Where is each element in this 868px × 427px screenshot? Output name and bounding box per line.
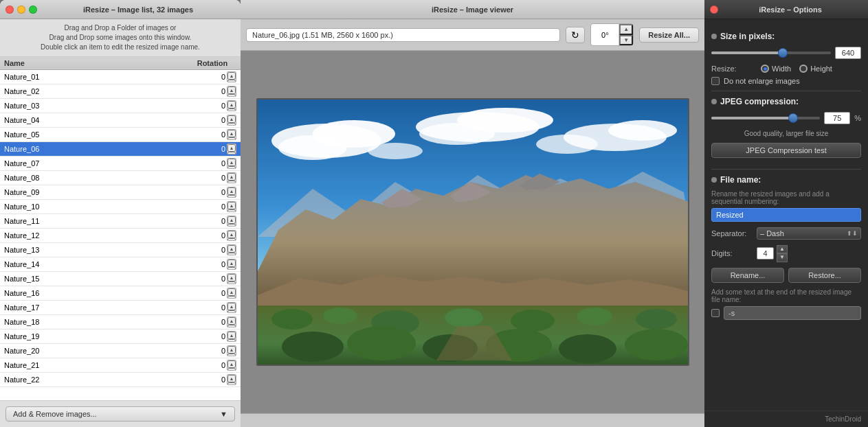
add-remove-button[interactable]: Add & Remove images... ▼ [5,406,235,422]
stepper-down[interactable]: ▼ [227,339,236,342]
list-item[interactable]: Nature_06 0 ▲ ▼ [0,142,241,157]
options-close-button[interactable] [710,5,718,14]
item-rotation-stepper[interactable]: ▲ ▼ [227,143,236,154]
stepper-up[interactable]: ▲ [227,173,236,181]
item-rotation-stepper[interactable]: ▲ ▼ [227,216,236,227]
list-item[interactable]: Nature_07 0 ▲ ▼ [0,157,241,171]
width-radio[interactable] [761,65,769,73]
stepper-up[interactable]: ▲ [227,72,236,80]
list-item[interactable]: Nature_11 0 ▲ ▼ [0,214,241,229]
stepper-up[interactable]: ▲ [227,360,236,368]
stepper-down[interactable]: ▼ [227,325,236,327]
list-item[interactable]: Nature_22 0 ▲ ▼ [0,373,241,387]
list-item[interactable]: Nature_20 0 ▲ ▼ [0,344,241,358]
item-rotation-stepper[interactable]: ▲ ▼ [227,302,236,313]
list-item[interactable]: Nature_21 0 ▲ ▼ [0,358,241,373]
stepper-down[interactable]: ▼ [227,195,236,198]
list-item[interactable]: Nature_02 0 ▲ ▼ [0,84,241,99]
height-radio[interactable] [799,65,808,73]
stepper-up[interactable]: ▲ [227,144,236,152]
stepper-down[interactable]: ▼ [227,181,236,183]
stepper-down[interactable]: ▼ [227,224,236,227]
item-rotation-stepper[interactable]: ▲ ▼ [227,360,236,371]
jpeg-value[interactable]: 75 [824,112,850,124]
close-button[interactable] [5,5,14,14]
item-rotation-stepper[interactable]: ▲ ▼ [227,331,236,342]
stepper-down[interactable]: ▼ [227,267,236,270]
stepper-down[interactable]: ▼ [227,253,236,255]
list-item[interactable]: Nature_09 0 ▲ ▼ [0,185,241,200]
image-list[interactable]: Nature_01 0 ▲ ▼ Nature_02 0 ▲ ▼ Nature_0… [0,70,241,400]
stepper-up[interactable]: ▲ [227,245,236,253]
rename-button[interactable]: Rename... [711,268,784,283]
rotation-down-button[interactable]: ▼ [619,35,633,46]
stepper-up[interactable]: ▲ [227,115,236,123]
item-rotation-stepper[interactable]: ▲ ▼ [227,100,236,111]
item-rotation-stepper[interactable]: ▲ ▼ [227,259,236,270]
stepper-up[interactable]: ▲ [227,130,236,137]
stepper-up[interactable]: ▲ [227,375,236,382]
jpeg-slider-thumb[interactable] [788,113,798,123]
stepper-down[interactable]: ▼ [227,209,236,212]
stepper-down[interactable]: ▼ [227,123,236,126]
list-item[interactable]: Nature_17 0 ▲ ▼ [0,301,241,315]
do-not-enlarge-checkbox[interactable] [711,77,720,85]
item-rotation-stepper[interactable]: ▲ ▼ [227,187,236,198]
stepper-down[interactable]: ▼ [227,296,236,299]
item-rotation-stepper[interactable]: ▲ ▼ [227,316,236,327]
stepper-up[interactable]: ▲ [227,259,236,267]
size-value[interactable]: 640 [835,47,861,59]
list-item[interactable]: Nature_01 0 ▲ ▼ [0,70,241,84]
suffix-input[interactable] [724,306,861,320]
separator-dropdown[interactable]: – Dash ⬆⬇ [757,227,861,240]
stepper-up[interactable]: ▲ [227,202,236,209]
item-rotation-stepper[interactable]: ▲ ▼ [227,374,236,385]
item-rotation-stepper[interactable]: ▲ ▼ [227,201,236,212]
stepper-down[interactable]: ▼ [227,94,236,97]
digits-down-button[interactable]: ▼ [777,253,788,262]
stepper-up[interactable]: ▲ [227,332,236,339]
suffix-checkbox[interactable] [711,309,720,317]
stepper-up[interactable]: ▲ [227,231,236,238]
item-rotation-stepper[interactable]: ▲ ▼ [227,288,236,299]
list-item[interactable]: Nature_12 0 ▲ ▼ [0,229,241,243]
list-item[interactable]: Nature_10 0 ▲ ▼ [0,200,241,214]
stepper-up[interactable]: ▲ [227,187,236,195]
stepper-up[interactable]: ▲ [227,159,236,166]
item-rotation-stepper[interactable]: ▲ ▼ [227,172,236,183]
stepper-up[interactable]: ▲ [227,101,236,108]
stepper-down[interactable]: ▼ [227,281,236,284]
list-item[interactable]: Nature_03 0 ▲ ▼ [0,99,241,113]
item-rotation-stepper[interactable]: ▲ ▼ [227,273,236,284]
refresh-button[interactable]: ↻ [566,27,585,43]
stepper-up[interactable]: ▲ [227,216,236,224]
item-rotation-stepper[interactable]: ▲ ▼ [227,115,236,126]
stepper-down[interactable]: ▼ [227,238,236,241]
size-slider-thumb[interactable] [778,48,788,58]
item-rotation-stepper[interactable]: ▲ ▼ [227,71,236,82]
rotation-up-button[interactable]: ▲ [619,24,633,35]
height-radio-item[interactable]: Height [799,65,832,73]
jpeg-slider-track[interactable] [711,117,820,119]
stepper-up[interactable]: ▲ [227,303,236,310]
list-item[interactable]: Nature_08 0 ▲ ▼ [0,171,241,185]
item-rotation-stepper[interactable]: ▲ ▼ [227,129,236,140]
stepper-up[interactable]: ▲ [227,274,236,281]
list-item[interactable]: Nature_04 0 ▲ ▼ [0,113,241,128]
digits-up-button[interactable]: ▲ [777,245,788,253]
item-rotation-stepper[interactable]: ▲ ▼ [227,230,236,241]
width-radio-item[interactable]: Width [761,65,791,73]
stepper-down[interactable]: ▼ [227,152,236,154]
stepper-down[interactable]: ▼ [227,166,236,169]
item-rotation-stepper[interactable]: ▲ ▼ [227,345,236,356]
item-rotation-stepper[interactable]: ▲ ▼ [227,158,236,169]
stepper-up[interactable]: ▲ [227,317,236,325]
item-rotation-stepper[interactable]: ▲ ▼ [227,86,236,97]
stepper-down[interactable]: ▼ [227,108,236,111]
minimize-button[interactable] [17,5,25,14]
list-item[interactable]: Nature_14 0 ▲ ▼ [0,257,241,272]
stepper-up[interactable]: ▲ [227,288,236,296]
stepper-down[interactable]: ▼ [227,310,236,313]
list-item[interactable]: Nature_13 0 ▲ ▼ [0,243,241,257]
stepper-up[interactable]: ▲ [227,86,236,94]
